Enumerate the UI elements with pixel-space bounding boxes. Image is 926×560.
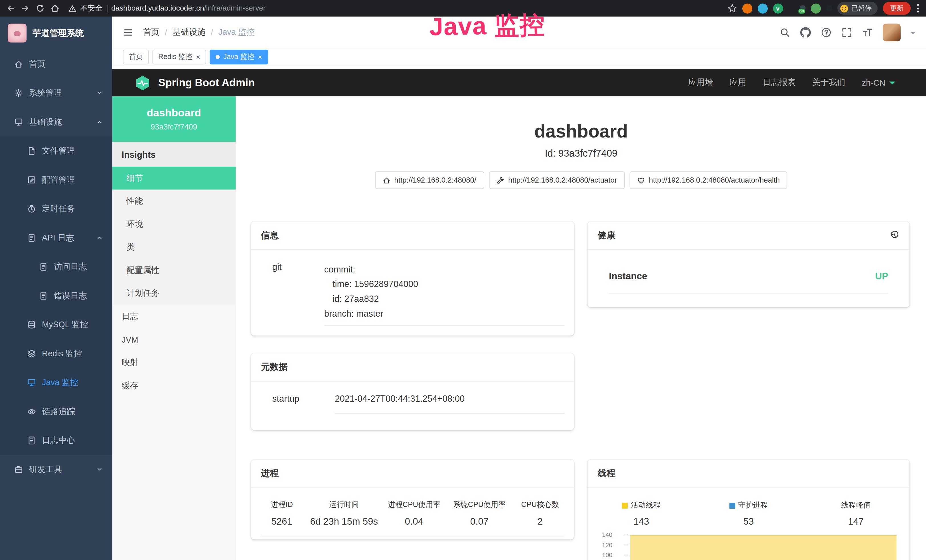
menu-label: 配置管理 (42, 175, 75, 185)
sidebar-item-home[interactable]: 首页 (0, 50, 112, 79)
menu-label: 研发工具 (29, 464, 62, 475)
threads-legend: 活动线程 143 守护进程 53 (587, 488, 909, 527)
sba-nav-wallboard[interactable]: 应用墙 (688, 77, 713, 88)
font-size-icon[interactable] (862, 27, 873, 37)
sba-nav-details[interactable]: 细节 (112, 166, 236, 190)
url-path: /infra/admin-server (204, 4, 266, 12)
breadcrumb: 首页 / 基础设施 / Java 监控 (143, 27, 255, 37)
bookmark-star-icon[interactable] (727, 3, 737, 13)
history-icon[interactable] (890, 230, 899, 241)
sidebar-item-infrastructure[interactable]: 基础设施 (0, 107, 112, 136)
legend-peak-threads: 线程峰值 147 (802, 500, 909, 527)
live-threads-area (630, 535, 897, 560)
sba-main-panel: dashboard Id: 93a3fc7f7409 http://192.16… (236, 97, 926, 560)
tab-java-monitor[interactable]: Java 监控 × (210, 50, 268, 65)
metadata-row: startup 2021-04-27T00:44:31.254+08:00 (251, 382, 574, 414)
breadcrumb-home[interactable]: 首页 (143, 27, 159, 37)
sba-nav-about[interactable]: 关于我们 (812, 77, 845, 88)
health-url-chip[interactable]: http://192.168.0.2:48080/actuator/health (629, 171, 787, 189)
forward-icon[interactable] (21, 3, 30, 13)
app-frame: 芋道管理系统 首页 系统管理 基础设施 (0, 17, 926, 560)
health-card-header: 健康 (587, 222, 909, 250)
sba-nav-mappings[interactable]: 映射 (112, 351, 236, 374)
sidebar-item-config-management[interactable]: 配置管理 (0, 165, 112, 194)
url-host: dashboard.yudao.iocoder.cn (111, 4, 204, 12)
legend-daemon-threads: 守护进程 53 (695, 500, 802, 527)
sidebar-item-log-center[interactable]: 日志中心 (0, 426, 112, 455)
sba-nav-applications[interactable]: 应用 (729, 77, 746, 88)
extension-icon-5[interactable]: on (799, 5, 805, 11)
user-menu-caret-icon[interactable] (911, 32, 915, 36)
sidebar-item-system-management[interactable]: 系统管理 (0, 79, 112, 107)
close-icon[interactable]: × (258, 53, 262, 61)
sba-nav-classes[interactable]: 类 (112, 236, 236, 259)
chevron-down-icon (96, 466, 103, 473)
sidebar-item-file-management[interactable]: 文件管理 (0, 136, 112, 165)
address-bar[interactable]: 不安全 dashboard.yudao.iocoder.cn/infra/adm… (68, 3, 265, 13)
extension-icon-2[interactable] (758, 3, 767, 13)
sba-nav-scheduled-tasks[interactable]: 计划任务 (112, 282, 236, 305)
fullscreen-icon[interactable] (841, 27, 852, 37)
sba-nav-links: 应用墙 应用 日志报表 关于我们 zh-CN (688, 77, 895, 88)
language-selector[interactable]: zh-CN (862, 78, 895, 87)
menu-label: 文件管理 (42, 145, 75, 156)
sba-sidebar: dashboard 93a3fc7f7409 Insights 细节 性能 环境… (112, 97, 236, 560)
sba-nav-config-props[interactable]: 配置属性 (112, 259, 236, 282)
tab-redis-monitor[interactable]: Redis 监控 × (152, 50, 206, 65)
sidebar-item-access-logs[interactable]: 访问日志 (0, 252, 112, 281)
help-icon[interactable] (821, 27, 831, 37)
sba-nav-journal[interactable]: 日志报表 (763, 77, 796, 88)
infrastructure-icon (14, 118, 23, 126)
sba-nav-jvm[interactable]: JVM (112, 328, 236, 351)
breadcrumb-infrastructure[interactable]: 基础设施 (172, 27, 205, 37)
metadata-value: 2021-04-27T00:44:31.254+08:00 (335, 394, 565, 413)
tab-home[interactable]: 首页 (123, 50, 149, 65)
paused-extension-badge[interactable]: 已暂停 (837, 2, 878, 15)
service-url-chip[interactable]: http://192.168.0.2:48080/ (375, 171, 484, 189)
breadcrumb-current: Java 监控 (218, 27, 255, 37)
collapse-sidebar-icon[interactable] (123, 27, 133, 37)
sba-section-insights[interactable]: Insights (112, 142, 236, 166)
process-card: 进程 进程ID 运行时间 进程CPU使用率 系统CPU使用率 CPU核心数 (251, 460, 574, 539)
extension-icon-6[interactable] (811, 3, 820, 13)
toolbox-icon (14, 465, 23, 474)
browser-update-button[interactable]: 更新 (883, 2, 911, 15)
sidebar-item-java-monitor[interactable]: Java 监控 (0, 368, 112, 397)
sba-nav-logs[interactable]: 日志 (112, 305, 236, 328)
github-icon[interactable] (800, 27, 811, 37)
health-instance-row: Instance UP (609, 271, 888, 294)
layers-icon (27, 349, 36, 358)
extension-icon-1[interactable] (742, 3, 752, 13)
refresh-icon[interactable] (35, 3, 45, 13)
sba-nav-environment[interactable]: 环境 (112, 212, 236, 236)
info-card: 信息 git commit: time: 1596289704000 id: 2… (251, 222, 574, 336)
browser-home-icon[interactable] (50, 3, 60, 13)
app-logo-avatar (8, 24, 27, 42)
metadata-card: 元数据 startup 2021-04-27T00:44:31.254+08:0… (251, 353, 574, 430)
metadata-card-title: 元数据 (251, 353, 574, 381)
extension-icon-7[interactable] (826, 5, 832, 11)
back-icon[interactable] (6, 3, 15, 13)
sba-nav-metrics[interactable]: 性能 (112, 190, 236, 213)
sidebar-item-dev-tools[interactable]: 研发工具 (0, 455, 112, 484)
legend-color-live (622, 502, 628, 509)
sidebar-item-error-logs[interactable]: 错误日志 (0, 281, 112, 310)
sba-nav-caches[interactable]: 缓存 (112, 374, 236, 397)
process-header-row: 进程ID 运行时间 进程CPU使用率 系统CPU使用率 CPU核心数 (257, 500, 568, 510)
search-icon[interactable] (779, 27, 790, 37)
browser-menu-icon[interactable] (917, 4, 919, 12)
actuator-url-chip[interactable]: http://192.168.0.2:48080/actuator (489, 171, 625, 189)
main-content-column: 首页 / 基础设施 / Java 监控 (112, 17, 926, 560)
sidebar-item-redis-monitor[interactable]: Redis 监控 (0, 339, 112, 368)
sidebar-item-mysql-monitor[interactable]: MySQL 监控 (0, 310, 112, 339)
menu-label: Java 监控 (42, 377, 78, 388)
menu-label: 日志中心 (42, 435, 75, 446)
extension-icon-4[interactable] (788, 5, 794, 11)
sidebar-item-scheduled-tasks[interactable]: 定时任务 (0, 194, 112, 223)
sidebar-item-trace[interactable]: 链路追踪 (0, 397, 112, 426)
close-icon[interactable]: × (196, 53, 200, 61)
chevron-up-icon (96, 235, 103, 241)
user-avatar[interactable] (883, 23, 900, 41)
sidebar-item-api-logs[interactable]: API 日志 (0, 223, 112, 252)
extension-icon-3[interactable]: v (773, 3, 783, 13)
